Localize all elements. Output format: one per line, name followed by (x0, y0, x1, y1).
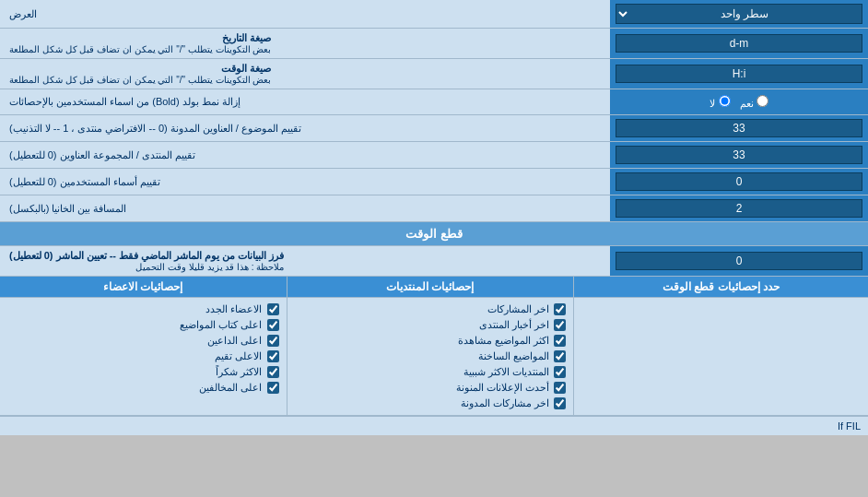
bold-remove-radio-cell[interactable]: نعم لا (610, 89, 868, 114)
ard-label: العرض (0, 0, 610, 28)
checkbox-col2-3[interactable] (267, 350, 279, 362)
list-item: المنتديات الاكثر شببية (295, 364, 567, 380)
checkboxes-header: حدد إحصائيات قطع الوقت إحصائيات المنتديا… (0, 277, 868, 298)
distance-input-cell[interactable] (610, 195, 868, 221)
username-sort-input[interactable] (616, 172, 862, 191)
checkboxes-body: اخر المشاركات اخر أخبار المنتدى اكثر الم… (0, 298, 868, 415)
bold-remove-label: إزالة نمط بولد (Bold) من اسماء المستخدمي… (0, 89, 610, 114)
list-item: الاعلى تقيم (7, 349, 279, 364)
checkboxes-section: حدد إحصائيات قطع الوقت إحصائيات المنتديا… (0, 277, 868, 416)
checkbox-col1-4-label: المنتديات الاكثر شببية (463, 366, 549, 378)
time-format-label: صيغة الوقت بعض التكوينات يتطلب "/" التي … (0, 59, 610, 89)
checkbox-col2-1-label: اعلى كتاب المواضيع (180, 319, 262, 331)
list-item: اعلى الداعين (7, 333, 279, 349)
username-sort-row: تقييم أسماء المستخدمين (0 للتعطيل) (0, 169, 868, 195)
list-item: اخر مشاركات المدونة (295, 396, 567, 411)
col1-items: اخر المشاركات اخر أخبار المنتدى اكثر الم… (287, 298, 574, 415)
distance-label: المسافة بين الخانيا (بالبكسل) (0, 195, 610, 221)
realtime-input-cell[interactable] (610, 246, 868, 276)
radio-yes-label: نعم (740, 95, 768, 110)
checkbox-col2-1[interactable] (267, 319, 279, 331)
checkbox-col1-0-label: اخر المشاركات (487, 303, 549, 315)
realtime-filter-row: فرز البيانات من يوم الماشر الماضي فقط --… (0, 246, 868, 277)
forum-sort-input-cell[interactable] (610, 142, 868, 168)
list-item: اعلى المخالفين (7, 380, 279, 396)
bold-remove-row: نعم لا إزالة نمط بولد (Bold) من اسماء ال… (0, 89, 868, 115)
checkbox-col2-0-label: الاعضاء الجدد (205, 303, 262, 315)
checkbox-col1-1[interactable] (554, 319, 566, 331)
realtime-section-header: قطع الوقت (0, 222, 868, 246)
username-sort-label: تقييم أسماء المستخدمين (0 للتعطيل) (0, 169, 610, 195)
checkbox-col2-5[interactable] (267, 382, 279, 394)
realtime-input[interactable] (616, 252, 862, 270)
forum-sort-label: تقييم المنتدى / المجموعة العناوين (0 للت… (0, 142, 610, 168)
date-format-label: صيغة التاريخ بعض التكوينات يتطلب "/" الت… (0, 29, 610, 58)
list-item: اكثر المواضيع مشاهدة (295, 333, 567, 349)
checkbox-col2-2-label: اعلى الداعين (207, 335, 262, 347)
display-select[interactable]: سطر واحد (616, 4, 862, 24)
list-item: اعلى كتاب المواضيع (7, 317, 279, 333)
radio-no-label: لا (710, 95, 730, 110)
main-container: سطر واحد العرض صيغة التاريخ بعض التكوينا… (0, 0, 868, 435)
forum-sort-input[interactable] (616, 146, 862, 164)
topic-sort-input-cell[interactable] (610, 115, 868, 141)
date-format-row: صيغة التاريخ بعض التكوينات يتطلب "/" الت… (0, 29, 868, 59)
bold-radio-group: نعم لا (710, 95, 768, 110)
checkbox-col2-2[interactable] (267, 335, 279, 347)
checkbox-col1-3[interactable] (554, 350, 566, 362)
distance-input[interactable] (616, 199, 862, 218)
list-item: الاعضاء الجدد (7, 302, 279, 317)
radio-no[interactable] (719, 95, 731, 107)
right-col-empty (573, 298, 868, 415)
date-format-input-cell[interactable] (610, 29, 868, 58)
list-item: المواضيع الساخنة (295, 349, 567, 364)
topic-sort-label: تقييم الموضوع / العناوين المدونة (0 -- ا… (0, 115, 610, 141)
right-col-header: حدد إحصائيات قطع الوقت (573, 277, 868, 297)
time-format-input-cell[interactable] (610, 59, 868, 89)
checkbox-col1-0[interactable] (554, 303, 566, 315)
col2-header: إحصائيات الاعضاء (0, 277, 287, 297)
list-item: أحدث الإعلانات المنونة (295, 380, 567, 396)
header-row: سطر واحد العرض (0, 0, 868, 29)
col2-items: الاعضاء الجدد اعلى كتاب المواضيع اعلى ال… (0, 298, 287, 415)
checkbox-col1-2-label: اكثر المواضيع مشاهدة (458, 335, 549, 347)
checkbox-col1-1-label: اخر أخبار المنتدى (479, 319, 549, 331)
username-sort-input-cell[interactable] (610, 169, 868, 195)
checkbox-col1-6-label: اخر مشاركات المدونة (461, 397, 549, 409)
date-format-input[interactable] (616, 34, 862, 53)
list-item: الاكثر شكراً (7, 364, 279, 380)
checkbox-col1-5[interactable] (554, 382, 566, 394)
checkbox-col1-4[interactable] (554, 366, 566, 378)
dropdown-cell[interactable]: سطر واحد (610, 0, 868, 28)
forum-sort-row: تقييم المنتدى / المجموعة العناوين (0 للت… (0, 142, 868, 169)
checkbox-col1-5-label: أحدث الإعلانات المنونة (456, 382, 549, 394)
bottom-text: If FIL (0, 416, 868, 435)
topic-sort-row: تقييم الموضوع / العناوين المدونة (0 -- ا… (0, 115, 868, 142)
col1-header: إحصائيات المنتديات (287, 277, 574, 297)
topic-sort-input[interactable] (616, 119, 862, 137)
list-item: اخر المشاركات (295, 302, 567, 317)
checkbox-col1-6[interactable] (554, 397, 566, 409)
checkbox-col2-5-label: اعلى المخالفين (199, 382, 262, 394)
checkbox-col2-3-label: الاعلى تقيم (215, 350, 262, 362)
distance-row: المسافة بين الخانيا (بالبكسل) (0, 195, 868, 222)
checkbox-col2-4[interactable] (267, 366, 279, 378)
checkbox-col2-0[interactable] (267, 303, 279, 315)
realtime-filter-label: فرز البيانات من يوم الماشر الماضي فقط --… (0, 246, 610, 276)
checkbox-col2-4-label: الاكثر شكراً (216, 366, 262, 378)
time-format-input[interactable] (616, 65, 862, 83)
radio-yes[interactable] (757, 95, 768, 107)
time-format-row: صيغة الوقت بعض التكوينات يتطلب "/" التي … (0, 59, 868, 89)
checkbox-col1-3-label: المواضيع الساخنة (478, 350, 549, 362)
list-item: اخر أخبار المنتدى (295, 317, 567, 333)
checkbox-col1-2[interactable] (554, 335, 566, 347)
